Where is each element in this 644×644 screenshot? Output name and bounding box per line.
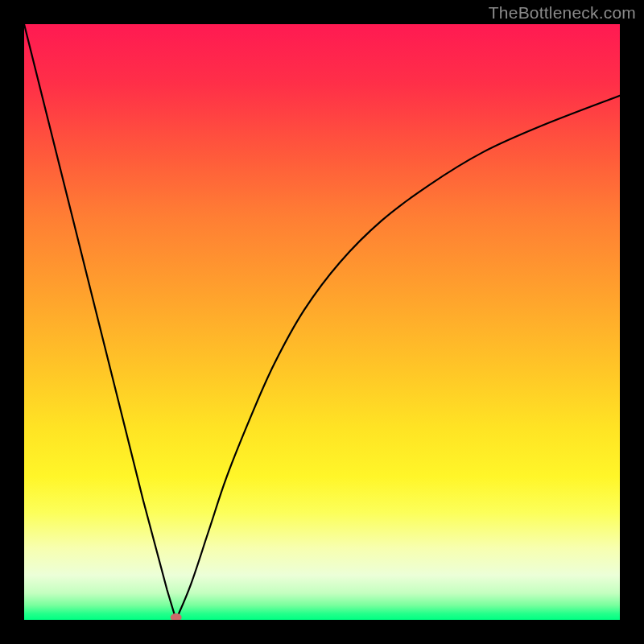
minimum-marker bbox=[171, 613, 182, 620]
plot-area bbox=[24, 24, 620, 620]
bottleneck-curve bbox=[24, 24, 620, 620]
chart-svg bbox=[24, 24, 620, 620]
chart-frame: TheBottleneck.com bbox=[0, 0, 644, 644]
watermark-text: TheBottleneck.com bbox=[489, 3, 636, 23]
